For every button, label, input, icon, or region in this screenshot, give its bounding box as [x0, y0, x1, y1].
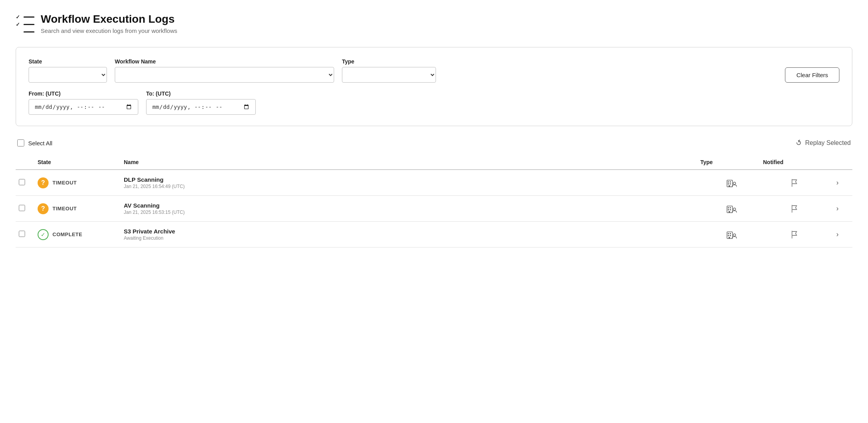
name-cell: S3 Private Archive Awaiting Execution — [124, 228, 700, 241]
select-all-checkbox[interactable] — [17, 139, 24, 146]
col-notified-header: Notified — [763, 159, 826, 165]
row-checkbox[interactable] — [19, 205, 25, 211]
workflow-icon: ✓ ✓ — [16, 14, 34, 34]
name-cell: AV Scanning Jan 21, 2025 16:53:15 (UTC) — [124, 202, 700, 215]
type-filter-group: Type Scheduled Manual — [342, 58, 436, 83]
svg-rect-4 — [730, 183, 731, 184]
workflow-timestamp: Jan 21, 2025 16:53:15 (UTC) — [124, 210, 700, 215]
col-state-header: State — [38, 159, 124, 165]
svg-rect-18 — [730, 235, 731, 236]
workflow-filter-group: Workflow Name DLP Scanning AV Scanning S… — [115, 58, 334, 83]
row-chevron[interactable]: › — [826, 230, 849, 239]
svg-point-13 — [733, 208, 736, 210]
list-controls: Select All ↺ Replay Selected — [16, 139, 852, 147]
name-cell: DLP Scanning Jan 21, 2025 16:54:49 (UTC) — [124, 176, 700, 189]
workflow-name: DLP Scanning — [124, 176, 700, 183]
table-row[interactable]: ✓ COMPLETE S3 Private Archive Awaiting E… — [16, 222, 852, 248]
timeout-icon: ? — [38, 177, 49, 188]
col-action-header — [826, 159, 849, 165]
to-date-group: To: (UTC) — [146, 90, 256, 115]
workflow-timestamp: Awaiting Execution — [124, 235, 700, 241]
state-cell: ? TIMEOUT — [38, 177, 124, 188]
col-name-header: Name — [124, 159, 700, 165]
type-icon-cell — [700, 204, 763, 213]
type-label: Type — [342, 58, 436, 65]
svg-rect-3 — [728, 183, 729, 184]
page-subtitle: Search and view execution logs from your… — [41, 27, 177, 34]
svg-point-20 — [733, 234, 736, 236]
replay-selected-button[interactable]: ↺ Replay Selected — [796, 139, 851, 147]
from-date-input[interactable] — [29, 99, 138, 115]
svg-rect-19 — [729, 237, 730, 239]
to-date-input[interactable] — [146, 99, 256, 115]
state-label: TIMEOUT — [52, 180, 77, 186]
state-label: COMPLETE — [52, 231, 82, 237]
table-row[interactable]: ? TIMEOUT DLP Scanning Jan 21, 2025 16:5… — [16, 170, 852, 196]
replay-label: Replay Selected — [805, 139, 851, 146]
state-cell: ✓ COMPLETE — [38, 229, 124, 240]
row-checkbox-cell[interactable] — [19, 231, 38, 239]
svg-rect-15 — [728, 233, 729, 234]
state-label: TIMEOUT — [52, 206, 77, 212]
row-checkbox-cell[interactable] — [19, 179, 38, 187]
table-header: State Name Type Notified — [16, 155, 852, 170]
type-icon-cell — [700, 179, 763, 187]
row-chevron[interactable]: › — [826, 204, 849, 213]
row-checkbox-cell[interactable] — [19, 205, 38, 213]
workflow-label: Workflow Name — [115, 58, 334, 65]
notified-icon-cell — [763, 179, 826, 187]
svg-rect-1 — [728, 181, 729, 183]
notified-icon-cell — [763, 205, 826, 213]
svg-rect-12 — [729, 211, 730, 213]
select-all-label: Select All — [28, 140, 52, 146]
header-text: Workflow Execution Logs Search and view … — [41, 13, 177, 34]
from-label: From: (UTC) — [29, 90, 138, 97]
clear-filters-button[interactable]: Clear Filters — [785, 67, 839, 83]
table-body: ? TIMEOUT DLP Scanning Jan 21, 2025 16:5… — [16, 170, 852, 248]
svg-rect-17 — [728, 235, 729, 236]
select-all-area[interactable]: Select All — [17, 139, 52, 146]
from-date-group: From: (UTC) — [29, 90, 138, 115]
page-header: ✓ ✓ Workflow Execution Logs Search and v… — [16, 13, 852, 34]
notified-icon-cell — [763, 231, 826, 239]
state-label: State — [29, 58, 107, 65]
row-chevron[interactable]: › — [826, 179, 849, 187]
state-cell: ? TIMEOUT — [38, 203, 124, 214]
svg-rect-16 — [730, 233, 731, 234]
page-title: Workflow Execution Logs — [41, 13, 177, 26]
state-filter-group: State TIMEOUT COMPLETE RUNNING FAILED — [29, 58, 107, 83]
svg-rect-11 — [730, 209, 731, 210]
svg-rect-10 — [728, 209, 729, 210]
svg-rect-2 — [730, 181, 731, 183]
workflow-name: S3 Private Archive — [124, 228, 700, 235]
timeout-icon: ? — [38, 203, 49, 214]
svg-point-6 — [733, 182, 736, 184]
state-select[interactable]: TIMEOUT COMPLETE RUNNING FAILED — [29, 67, 107, 83]
workflow-select[interactable]: DLP Scanning AV Scanning S3 Private Arch… — [115, 67, 334, 83]
col-checkbox-header — [19, 159, 38, 165]
row-checkbox[interactable] — [19, 179, 25, 185]
svg-rect-9 — [730, 207, 731, 208]
svg-rect-8 — [728, 207, 729, 208]
type-select[interactable]: Scheduled Manual — [342, 67, 436, 83]
row-checkbox[interactable] — [19, 231, 25, 237]
to-label: To: (UTC) — [146, 90, 256, 97]
complete-icon: ✓ — [38, 229, 49, 240]
workflow-name: AV Scanning — [124, 202, 700, 209]
table-row[interactable]: ? TIMEOUT AV Scanning Jan 21, 2025 16:53… — [16, 196, 852, 222]
replay-icon: ↺ — [794, 138, 804, 148]
type-icon-cell — [700, 230, 763, 239]
filter-panel: State TIMEOUT COMPLETE RUNNING FAILED Wo… — [16, 47, 852, 126]
col-type-header: Type — [700, 159, 763, 165]
workflow-timestamp: Jan 21, 2025 16:54:49 (UTC) — [124, 184, 700, 189]
svg-rect-5 — [729, 185, 730, 187]
